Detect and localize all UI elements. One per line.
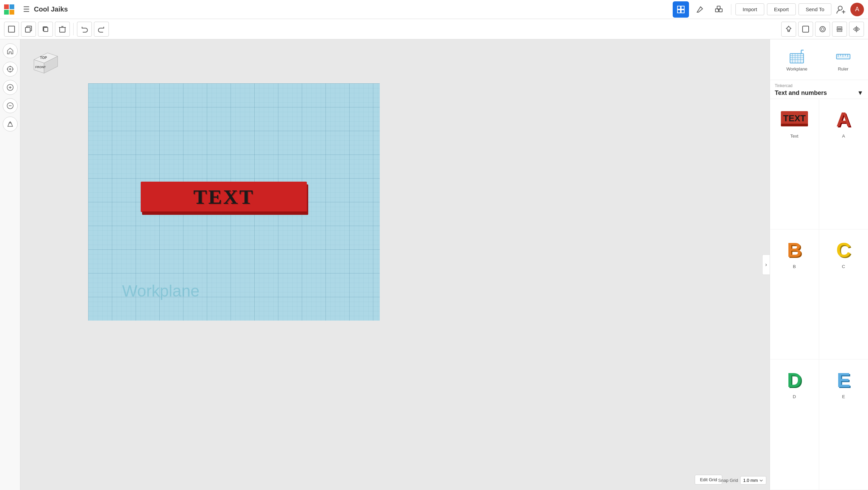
undo-btn[interactable] xyxy=(77,22,92,37)
hamburger-icon[interactable]: ☰ xyxy=(23,5,30,14)
shape-item-text[interactable]: TEXT Text xyxy=(770,99,819,229)
shape-item-d[interactable]: D D xyxy=(770,360,819,490)
user-add-btn[interactable] xyxy=(834,3,848,16)
snap-grid-row: Snap Grid 1.0 mm xyxy=(718,476,770,485)
ruler-label: Ruler xyxy=(838,66,848,72)
svg-rect-3 xyxy=(681,10,684,13)
svg-text:TOP: TOP xyxy=(40,56,47,60)
svg-rect-66 xyxy=(781,124,808,126)
shape-name-c: C xyxy=(842,264,845,269)
logo-grid xyxy=(4,4,14,15)
shape-name-text: Text xyxy=(790,134,798,139)
zoom-in-btn[interactable] xyxy=(3,80,18,95)
svg-text:C: C xyxy=(836,239,851,260)
svg-text:FRONT: FRONT xyxy=(35,65,46,69)
logo-t xyxy=(4,4,9,9)
svg-rect-10 xyxy=(8,26,15,32)
collapse-right-panel-btn[interactable]: › xyxy=(762,254,770,275)
svg-marker-43 xyxy=(9,122,11,123)
blocks-view-btn[interactable] xyxy=(711,1,727,18)
shapes-dropdown[interactable]: Text and numbers ▼ xyxy=(775,89,863,97)
shape-item-a[interactable]: A A xyxy=(819,99,868,229)
tinkercad-logo xyxy=(4,4,18,15)
shapes-header: Tinkercad Text and numbers ▼ xyxy=(770,80,868,99)
workplane-tool[interactable]: Workplane xyxy=(782,45,811,74)
build-view-btn[interactable] xyxy=(692,1,708,18)
workplane-icon xyxy=(788,47,805,64)
text-box-side xyxy=(142,211,308,215)
logo-k xyxy=(9,10,14,15)
project-title[interactable]: Cool Jaiks xyxy=(34,5,68,13)
workplane-container: Workplane TEXT xyxy=(88,83,380,321)
svg-text:A: A xyxy=(836,108,851,130)
svg-rect-59 xyxy=(836,54,850,59)
new-shape-btn[interactable] xyxy=(4,22,19,37)
shape-preview-text: TEXT xyxy=(779,104,810,131)
perspective-btn[interactable] xyxy=(3,117,18,131)
svg-point-32 xyxy=(9,68,11,70)
workplane-grid: Workplane TEXT xyxy=(88,83,380,321)
shape-preview-b: B xyxy=(779,235,810,262)
main-layout: TOP FRONT xyxy=(0,39,868,490)
copy-btn[interactable] xyxy=(21,22,36,37)
right-panel-tools: Workplane Ruler xyxy=(770,39,868,80)
fit-view-btn[interactable] xyxy=(3,62,18,77)
send-to-btn[interactable]: Send To xyxy=(798,3,831,15)
svg-point-23 xyxy=(820,26,825,32)
snap-grid-label: Snap Grid xyxy=(718,478,738,483)
export-btn[interactable]: Export xyxy=(767,3,796,15)
text-object-label: TEXT xyxy=(193,185,254,209)
shape-btn[interactable] xyxy=(798,22,813,37)
ruler-tool[interactable]: Ruler xyxy=(831,45,856,74)
shape-preview-e: E xyxy=(828,365,859,392)
shape-item-b[interactable]: B B xyxy=(770,229,819,360)
shape-name-a: A xyxy=(842,134,845,139)
import-btn[interactable]: Import xyxy=(735,3,764,15)
circle-btn[interactable] xyxy=(815,22,830,37)
nav-divider xyxy=(731,4,731,15)
mirror-btn[interactable] xyxy=(849,22,864,37)
delete-btn[interactable] xyxy=(55,22,70,37)
svg-rect-51 xyxy=(790,54,804,63)
duplicate-btn[interactable] xyxy=(38,22,53,37)
shape-item-c[interactable]: C C xyxy=(819,229,868,360)
shape-item-e[interactable]: E E xyxy=(819,360,868,490)
zoom-out-btn[interactable] xyxy=(3,98,18,113)
toolbar-right xyxy=(781,22,864,37)
shape-name-d: D xyxy=(793,394,796,399)
dropdown-arrow: ▼ xyxy=(857,89,863,97)
view-cube[interactable]: TOP FRONT xyxy=(27,46,58,77)
toolbar-separator xyxy=(73,23,74,35)
svg-rect-27 xyxy=(837,30,842,32)
svg-text:D: D xyxy=(787,369,802,390)
shape-preview-a: A xyxy=(828,104,859,131)
svg-rect-22 xyxy=(803,26,809,32)
home-view-btn[interactable] xyxy=(3,43,18,58)
logo-n xyxy=(4,10,9,15)
svg-rect-1 xyxy=(681,6,684,9)
svg-marker-29 xyxy=(853,27,855,31)
viewport[interactable]: TOP FRONT xyxy=(20,39,770,490)
shapes-category: Tinkercad xyxy=(775,83,863,88)
align-btn[interactable] xyxy=(832,22,847,37)
svg-point-31 xyxy=(7,66,13,72)
grid-view-btn[interactable] xyxy=(673,1,689,18)
svg-marker-42 xyxy=(8,123,13,126)
redo-btn[interactable] xyxy=(94,22,109,37)
shapes-grid: TEXT Text A A B xyxy=(770,99,868,490)
text-box: TEXT xyxy=(141,182,307,212)
toolbar xyxy=(0,19,868,39)
svg-rect-0 xyxy=(677,6,680,9)
text-3d-object[interactable]: TEXT xyxy=(141,182,307,222)
light-btn[interactable] xyxy=(781,22,796,37)
svg-rect-14 xyxy=(44,27,48,32)
svg-point-7 xyxy=(838,6,842,10)
user-avatar[interactable]: A xyxy=(850,3,864,16)
snap-grid-value[interactable]: 1.0 mm xyxy=(740,476,766,485)
shapes-title: Text and numbers xyxy=(775,89,827,97)
svg-text:B: B xyxy=(787,239,802,260)
logo-i xyxy=(9,4,14,9)
top-bar-right: Import Export Send To A xyxy=(673,1,864,18)
svg-text:TEXT: TEXT xyxy=(783,113,806,123)
svg-marker-30 xyxy=(857,27,860,31)
